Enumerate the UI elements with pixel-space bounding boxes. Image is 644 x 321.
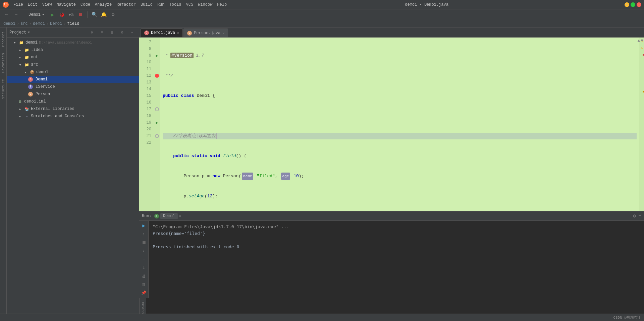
breadcrumb-item-1[interactable]: src bbox=[20, 21, 28, 26]
close-button[interactable]: ✕ bbox=[637, 2, 641, 7]
breakpoint-watch-17[interactable] bbox=[155, 107, 159, 111]
tree-item-external-libs[interactable]: ▸ 📚 External Libraries bbox=[7, 105, 139, 113]
menu-analyze[interactable]: Analyze bbox=[93, 2, 114, 8]
run-config-chevron: ▾ bbox=[42, 12, 44, 17]
tree-item-demo1-pkg[interactable]: ▾ 📦 demo1 bbox=[7, 68, 139, 76]
tree-item-src[interactable]: ▾ 📁 src bbox=[7, 61, 139, 68]
run-settings-icon[interactable]: ⚙ bbox=[633, 213, 636, 219]
toolbar-run-config[interactable]: Demo1 ▾ bbox=[26, 11, 47, 19]
breadcrumb-item-0[interactable]: demo1 bbox=[3, 21, 15, 26]
gutter-9[interactable]: ▶ bbox=[154, 52, 160, 59]
run-arrow-9[interactable]: ▶ bbox=[156, 53, 158, 58]
run-trash-button[interactable]: 🗑 bbox=[140, 281, 148, 288]
tree-item-out[interactable]: ▸ 📁 out bbox=[7, 54, 139, 61]
breadcrumb-item-2[interactable]: demo1 bbox=[33, 21, 45, 26]
breakpoint-watch-21[interactable] bbox=[155, 134, 159, 138]
settings-gear-button[interactable]: ⚙ bbox=[118, 28, 126, 37]
run-scroll-down-button[interactable]: ↓ bbox=[140, 248, 148, 255]
code-text-8: **/ bbox=[163, 72, 173, 79]
tab-demo1[interactable]: C Demo1.java ✕ bbox=[141, 28, 183, 37]
breakpoint-12[interactable] bbox=[155, 74, 159, 78]
code-plain-12 bbox=[163, 153, 173, 159]
sidebar-structure-label[interactable]: Structure bbox=[1, 76, 6, 102]
gutter-12[interactable] bbox=[154, 72, 160, 79]
close-panel-button[interactable]: − bbox=[128, 28, 136, 37]
minimize-button[interactable]: − bbox=[625, 2, 629, 7]
tree-item-person[interactable]: C Person bbox=[7, 90, 139, 98]
run-tab-label[interactable]: Demo1 bbox=[160, 213, 178, 219]
toolbar-back-button[interactable]: ← bbox=[3, 11, 11, 19]
run-pin-button[interactable]: 📌 bbox=[140, 290, 148, 297]
tree-item-root[interactable]: ▾ 📁 demo1 D:\java.assignment\demo1 bbox=[7, 39, 139, 46]
locate-file-button[interactable]: ⊕ bbox=[88, 28, 96, 37]
person-tab-close[interactable]: ✕ bbox=[222, 31, 224, 35]
tree-item-idea[interactable]: ▸ 📁 .idea bbox=[7, 46, 139, 54]
code-plain-12b: () { bbox=[236, 153, 246, 159]
menu-window[interactable]: Window bbox=[196, 2, 214, 8]
menu-edit[interactable]: Edit bbox=[26, 2, 40, 8]
main-toolbar: ← → Demo1 ▾ ▶ 🐞 ▶% ⏹ 🔍 🔔 ⚙ bbox=[0, 9, 644, 20]
code-line-12: public static void field() { bbox=[163, 153, 637, 159]
run-arrow-19[interactable]: ▶ bbox=[156, 120, 158, 125]
run-collapse-icon[interactable]: − bbox=[639, 213, 641, 219]
stop-button[interactable]: ⏹ bbox=[76, 11, 85, 19]
run-print-button[interactable]: 🖨 bbox=[140, 273, 148, 280]
run-scroll-end-button[interactable]: ⤓ bbox=[140, 264, 148, 271]
tree-item-iservice[interactable]: I IService bbox=[7, 83, 139, 90]
run-play-button[interactable]: ▶ bbox=[140, 222, 148, 229]
project-dropdown-icon[interactable]: ▾ bbox=[28, 30, 30, 35]
tree-item-demo1-class[interactable]: C Demo1 bbox=[7, 76, 139, 83]
menu-code[interactable]: Code bbox=[78, 2, 92, 8]
gutter-11 bbox=[154, 66, 160, 72]
menu-help[interactable]: Help bbox=[215, 2, 229, 8]
settings-button[interactable]: ⚙ bbox=[109, 11, 117, 19]
sidebar-favorites-label[interactable]: Favorites bbox=[1, 50, 6, 75]
scroll-down-button[interactable]: ▼ bbox=[641, 38, 643, 43]
line-num-14: 14 bbox=[139, 86, 154, 92]
gutter-21[interactable] bbox=[154, 133, 160, 139]
run-tab[interactable]: ▶ Demo1 ✕ bbox=[154, 213, 181, 219]
sidebar-project-label[interactable]: Project bbox=[1, 29, 6, 50]
notifications-button[interactable]: 🔔 bbox=[100, 11, 108, 19]
tab-person[interactable]: C Person.java ✕ bbox=[183, 28, 228, 37]
tree-idea-label: .idea bbox=[31, 48, 43, 52]
menu-view[interactable]: View bbox=[40, 2, 54, 8]
run-stop-button[interactable]: ⏹ bbox=[140, 239, 148, 246]
code-plain-13a: Person p = bbox=[163, 173, 212, 180]
line-num-15: 15 bbox=[139, 92, 154, 99]
gutter-17[interactable] bbox=[154, 106, 160, 113]
menu-vcs[interactable]: VCS bbox=[184, 2, 196, 8]
code-editor[interactable]: 7 8 9 10 11 12 13 14 15 16 17 18 19 20 2… bbox=[139, 38, 644, 211]
demo1-tab-close[interactable]: ✕ bbox=[177, 31, 179, 35]
maximize-button[interactable]: □ bbox=[631, 2, 635, 7]
gutter-19[interactable]: ▶ bbox=[154, 119, 160, 126]
toolbar-forward-button[interactable]: → bbox=[12, 11, 20, 19]
code-content[interactable]: * @Version 1.7 **/ public class Demo1 { … bbox=[160, 38, 639, 211]
run-with-coverage-button[interactable]: ▶% bbox=[67, 11, 75, 19]
run-button[interactable]: ▶ bbox=[48, 11, 56, 19]
menu-tools[interactable]: Tools bbox=[167, 2, 183, 8]
run-tab-close[interactable]: ✕ bbox=[179, 214, 181, 218]
gutter-7 bbox=[154, 39, 160, 46]
title-bar: IJ File Edit View Navigate Code Analyze … bbox=[0, 0, 644, 9]
window-controls: − □ ✕ bbox=[625, 2, 641, 7]
menu-refactor[interactable]: Refactor bbox=[114, 2, 138, 8]
left-sidebar-strip: Project Favorites Structure bbox=[0, 27, 7, 321]
toolbar-separator-2 bbox=[87, 11, 88, 18]
expand-all-button[interactable]: ≣ bbox=[108, 28, 116, 37]
menu-run[interactable]: Run bbox=[155, 2, 167, 8]
menu-file[interactable]: File bbox=[11, 2, 25, 8]
breadcrumb-item-4[interactable]: field bbox=[67, 21, 79, 26]
collapse-all-button[interactable]: ≡ bbox=[98, 28, 106, 37]
gutter-8 bbox=[154, 46, 160, 52]
scroll-up-button[interactable]: ▲ bbox=[637, 38, 640, 43]
search-everywhere-button[interactable]: 🔍 bbox=[90, 11, 98, 19]
breadcrumb-item-3[interactable]: Demo1 bbox=[50, 21, 62, 26]
debug-button[interactable]: 🐞 bbox=[58, 11, 66, 19]
menu-build[interactable]: Build bbox=[139, 2, 155, 8]
run-wrap-button[interactable]: ⌐ bbox=[140, 256, 148, 263]
tree-item-iml[interactable]: 🗎 demo1.iml bbox=[7, 98, 139, 105]
run-scroll-up-button[interactable]: ↑ bbox=[140, 231, 148, 238]
tree-item-scratches[interactable]: ▸ ✏ Scratches and Consoles bbox=[7, 113, 139, 120]
menu-navigate[interactable]: Navigate bbox=[54, 2, 78, 8]
